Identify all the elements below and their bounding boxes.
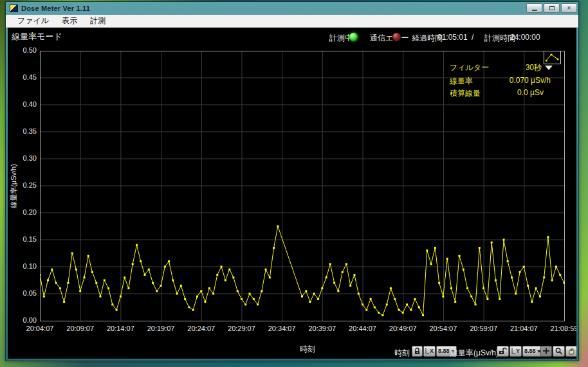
magnifier-icon — [555, 347, 563, 356]
y-tick-label: 0.05 — [8, 289, 37, 297]
hand-icon — [567, 347, 575, 356]
elapsed-value: 01:05:01 — [437, 33, 468, 42]
duration-value: 24:00:00 — [510, 33, 540, 42]
menu-item-view[interactable]: 表示 — [55, 14, 84, 28]
crosshair-icon — [542, 347, 550, 356]
chevron-down-icon — [545, 66, 553, 70]
x-autoscale-button-glyph: X — [430, 348, 434, 354]
pan-tool-button[interactable] — [565, 346, 576, 357]
axis-icon — [511, 347, 516, 356]
maximize-icon — [549, 6, 555, 10]
plot-line-icon — [545, 52, 560, 63]
dose-rate-value: 0.070 μSv/h — [510, 76, 553, 87]
title-bar[interactable]: Dose Meter Ver 1.11 × — [6, 2, 578, 15]
time-separator: / — [472, 33, 473, 42]
y-scale-legend-label: 線量率(μSv/h) — [450, 348, 499, 359]
filter-label: フィルター — [450, 62, 489, 73]
maximize-button[interactable] — [544, 3, 560, 13]
mode-title: 線量率モード — [12, 31, 62, 42]
dose-rate-label: 線量率 — [450, 76, 473, 87]
y-scale-lock-button[interactable] — [497, 346, 509, 357]
y-format-button-glyph: 8.88 — [524, 348, 536, 354]
minimize-button[interactable] — [526, 3, 542, 13]
x-scale-legend-label: 時刻 — [394, 348, 410, 359]
menu-bar: ファイル表示計測 — [6, 15, 578, 28]
axis-icon — [425, 347, 430, 356]
x-autoscale-button[interactable]: X — [423, 346, 436, 357]
y-tick-label: 0.35 — [8, 127, 37, 135]
window-title: Dose Meter Ver 1.11 — [21, 4, 90, 12]
x-axis-title: 時刻 — [282, 344, 333, 355]
x-tick-label: 21:08:592016/05/02 — [540, 324, 576, 333]
lock-closed-icon — [414, 347, 421, 356]
y-axis-title: 線量率(μSv/h) — [9, 145, 19, 228]
x-scale-lock-button[interactable] — [412, 346, 423, 357]
lock-open-icon — [499, 347, 507, 356]
close-icon: × — [567, 5, 571, 12]
zoom-tool-button[interactable] — [553, 346, 565, 357]
y-tick-label: 0.15 — [8, 235, 37, 243]
y-format-button[interactable]: 8.88 — [522, 346, 543, 357]
y-tick-label: 0.45 — [8, 73, 37, 81]
x-format-button-glyph: 8.88 — [438, 348, 450, 354]
minimize-icon — [532, 10, 537, 11]
y-autoscale-button[interactable]: Y — [510, 346, 522, 357]
cursor-tool-button[interactable] — [540, 346, 552, 357]
y-tick-label: 0.50 — [8, 46, 37, 54]
cumulative-dose-label: 積算線量 — [450, 88, 481, 99]
comm-error-led-icon — [392, 33, 401, 41]
y-autoscale-button-glyph: Y — [516, 348, 520, 354]
y-tick-label: 0.10 — [8, 262, 37, 270]
comm-error-label: 通信エラー — [370, 33, 409, 44]
client-area: 線量率モード 計測中 通信エラー 経過時間 01:05:01 / 計測時間 24… — [8, 28, 576, 359]
close-button[interactable]: × — [561, 3, 577, 13]
measuring-led-icon — [349, 33, 358, 41]
cumulative-dose-value: 0.0 μSv — [517, 88, 553, 99]
menu-item-measure[interactable]: 計測 — [84, 14, 112, 28]
y-tick-label: 0.00 — [8, 316, 37, 324]
app-icon — [10, 4, 18, 12]
desktop-background: Dose Meter Ver 1.11 × ファイル表示計測 線量率モード 計測… — [0, 0, 588, 367]
menu-item-file[interactable]: ファイル — [11, 14, 55, 28]
app-window: Dose Meter Ver 1.11 × ファイル表示計測 線量率モード 計測… — [5, 1, 579, 361]
filter-dropdown[interactable]: 30秒 — [526, 62, 553, 73]
y-tick-label: 0.40 — [8, 100, 37, 108]
